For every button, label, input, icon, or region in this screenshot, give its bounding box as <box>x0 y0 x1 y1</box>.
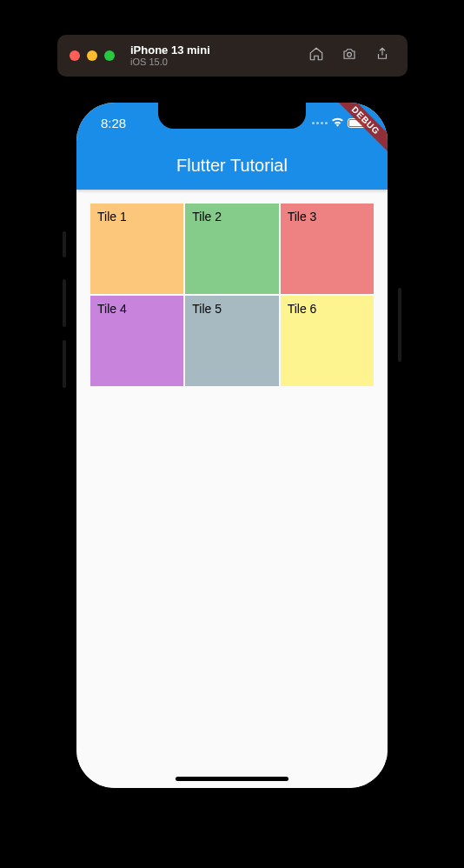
home-icon[interactable] <box>308 46 324 65</box>
screenshot-icon[interactable] <box>341 46 357 65</box>
tile-label: Tile 1 <box>97 210 127 224</box>
grid-tile[interactable]: Tile 3 <box>281 204 374 294</box>
status-indicators <box>312 115 367 130</box>
device-name: iPhone 13 mini <box>130 44 302 57</box>
mute-switch[interactable] <box>63 231 66 257</box>
volume-down-button[interactable] <box>63 340 66 388</box>
simulator-window-titlebar: iPhone 13 mini iOS 15.0 <box>57 35 408 77</box>
grid-tile[interactable]: Tile 5 <box>185 296 278 386</box>
app-body[interactable]: Tile 1 Tile 2 Tile 3 Tile 4 Tile 5 Tile … <box>76 190 388 788</box>
tile-label: Tile 3 <box>288 210 317 224</box>
phone-frame: 8:28 DEBUG Flutter Tutorial <box>66 92 398 798</box>
window-controls <box>70 50 115 61</box>
wifi-icon <box>331 115 344 130</box>
grid-tile[interactable]: Tile 6 <box>281 296 374 386</box>
share-icon[interactable] <box>375 46 390 65</box>
notch <box>158 103 306 129</box>
cellular-icon <box>312 122 328 124</box>
svg-point-0 <box>348 52 352 57</box>
tile-label: Tile 6 <box>288 302 317 316</box>
status-time: 8:28 <box>101 116 126 130</box>
grid-view: Tile 1 Tile 2 Tile 3 Tile 4 Tile 5 Tile … <box>90 204 374 386</box>
grid-tile[interactable]: Tile 1 <box>90 204 183 294</box>
phone-screen: 8:28 DEBUG Flutter Tutorial <box>76 103 388 788</box>
home-indicator[interactable] <box>176 777 288 781</box>
simulator-toolbar <box>308 46 390 65</box>
app-bar: Flutter Tutorial <box>76 141 388 190</box>
simulator-title: iPhone 13 mini iOS 15.0 <box>130 44 302 67</box>
power-button[interactable] <box>398 288 401 362</box>
zoom-button[interactable] <box>104 50 115 61</box>
grid-tile[interactable]: Tile 4 <box>90 296 183 386</box>
tile-label: Tile 2 <box>192 210 222 224</box>
battery-icon <box>348 118 367 128</box>
tile-label: Tile 4 <box>97 302 127 316</box>
grid-tile[interactable]: Tile 2 <box>185 204 278 294</box>
close-button[interactable] <box>70 50 80 61</box>
app-title: Flutter Tutorial <box>176 156 288 176</box>
tile-label: Tile 5 <box>192 302 222 316</box>
minimize-button[interactable] <box>87 50 97 61</box>
volume-up-button[interactable] <box>63 279 66 327</box>
os-version: iOS 15.0 <box>130 57 302 67</box>
